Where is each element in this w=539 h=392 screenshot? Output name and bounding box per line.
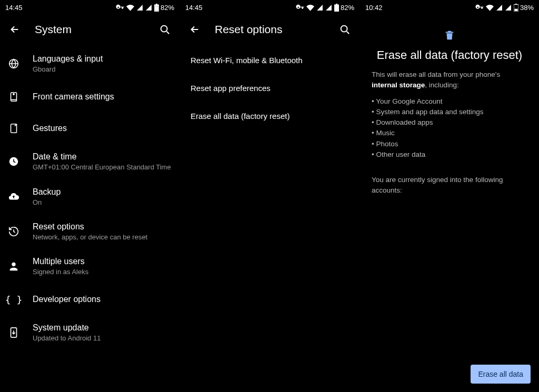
svg-point-7 (12, 263, 15, 266)
status-time: 14:45 (5, 4, 23, 12)
erase-bullets: Your Google Account System and app data … (372, 96, 527, 160)
vpn-key-icon (116, 3, 124, 12)
svg-rect-0 (155, 6, 158, 11)
page-title: System (35, 23, 154, 36)
setting-multiple-users[interactable]: Multiple users Signed in as Aleks (0, 249, 179, 284)
signal-icon-2 (145, 4, 152, 11)
vpn-key-icon (296, 3, 304, 12)
status-right: 82% (296, 3, 354, 12)
list-item-label: Reset app preferences (191, 84, 271, 93)
erase-all-data-button[interactable]: Erase all data (471, 365, 531, 384)
erase-all-data-row[interactable]: Erase all data (factory reset) (180, 102, 360, 130)
setting-title: Date & time (33, 152, 171, 162)
clock-icon (7, 155, 20, 168)
setting-subtitle: Gboard (33, 65, 103, 74)
intro-prefix: This will erase all data from your phone… (372, 71, 500, 78)
setting-backup[interactable]: Backup On (0, 179, 179, 214)
setting-title: Multiple users (33, 256, 88, 267)
setting-languages-input[interactable]: Languages & input Gboard (0, 46, 179, 81)
reset-options-list: Reset Wi-Fi, mobile & Bluetooth Reset ap… (180, 44, 360, 132)
vpn-key-icon (475, 3, 484, 12)
phone-system-settings: 14:45 82% (0, 0, 179, 392)
setting-title: Reset options (33, 222, 147, 232)
setting-gestures[interactable]: Gestures (0, 113, 179, 144)
battery-icon (514, 4, 518, 12)
setting-title: Gestures (33, 123, 67, 134)
list-item-label: Reset Wi-Fi, mobile & Bluetooth (191, 56, 303, 65)
svg-point-4 (13, 94, 14, 95)
status-bar: 14:45 82% (180, 0, 360, 15)
reset-app-preferences[interactable]: Reset app preferences (180, 74, 360, 102)
app-bar: System (0, 15, 179, 44)
search-button[interactable] (334, 19, 355, 40)
status-bar: 10:42 38% (360, 0, 539, 15)
bullet-item: Photos (372, 139, 527, 149)
person-icon (7, 260, 20, 273)
settings-list: Languages & input Gboard Front camera se… (0, 44, 179, 353)
bullet-item: Your Google Account (372, 96, 527, 107)
status-time: 10:42 (365, 4, 383, 12)
signal-icon (496, 4, 503, 11)
svg-rect-12 (514, 8, 517, 11)
setting-subtitle: On (33, 198, 61, 207)
svg-point-1 (161, 26, 167, 32)
erase-footer: Erase all data (471, 365, 531, 384)
setting-reset-options[interactable]: Reset options Network, apps, or device c… (0, 214, 179, 249)
setting-title: Developer options (33, 294, 101, 305)
app-bar: Reset options (180, 15, 360, 44)
bullet-item: Music (372, 128, 527, 138)
intro-storage: internal storage (372, 81, 425, 89)
setting-title: Front camera settings (33, 92, 114, 102)
bullet-item: Other user data (372, 149, 527, 160)
erase-body: This will erase all data from your phone… (372, 69, 527, 196)
setting-subtitle: Network, apps, or device can be reset (33, 233, 147, 242)
page-title: Reset options (215, 23, 334, 36)
intro-suffix: , including: (425, 81, 459, 89)
setting-developer-options[interactable]: { } Developer options (0, 284, 179, 315)
wifi-icon (306, 4, 314, 12)
phone-reset-options: 14:45 82% (179, 0, 360, 392)
setting-date-time[interactable]: Date & time GMT+01:00 Central European S… (0, 144, 179, 179)
status-battery-pct: 82% (161, 4, 174, 12)
search-button[interactable] (154, 19, 175, 40)
erase-title: Erase all data (factory reset) (372, 48, 527, 62)
phone-erase-all-data: 10:42 38% (360, 0, 539, 392)
bullet-item: System and app data and settings (372, 107, 527, 117)
back-button[interactable] (4, 19, 25, 40)
setting-title: System update (33, 323, 101, 333)
back-button[interactable] (184, 19, 205, 40)
erase-content: Erase all data (factory reset) This will… (360, 15, 539, 196)
signal-icon (316, 4, 323, 11)
globe-icon (7, 57, 20, 70)
accounts-note: You are currently signed into the follow… (372, 175, 527, 196)
setting-front-camera[interactable]: Front camera settings (0, 81, 179, 113)
setting-subtitle: Updated to Android 11 (33, 334, 101, 343)
setting-subtitle: Signed in as Aleks (33, 268, 88, 276)
status-bar: 14:45 82% (0, 0, 179, 15)
status-time: 14:45 (185, 4, 203, 12)
wifi-icon (486, 4, 494, 12)
svg-rect-11 (515, 4, 517, 5)
status-right: 82% (116, 3, 174, 12)
bullet-item: Downloaded apps (372, 117, 527, 128)
wifi-icon (126, 4, 134, 12)
status-right: 38% (475, 3, 534, 12)
restore-icon (7, 225, 20, 238)
svg-point-9 (341, 26, 347, 32)
setting-title: Languages & input (33, 54, 103, 64)
setting-subtitle: GMT+01:00 Central European Standard Time (33, 163, 171, 172)
battery-icon (154, 4, 159, 12)
signal-icon-2 (325, 4, 332, 11)
gestures-icon (7, 122, 20, 135)
cloud-upload-icon (7, 190, 20, 203)
setting-title: Backup (33, 187, 61, 197)
setting-system-update[interactable]: System update Updated to Android 11 (0, 315, 179, 350)
status-battery-pct: 38% (520, 4, 534, 12)
battery-icon (334, 4, 339, 12)
signal-icon-2 (505, 4, 512, 11)
trash-icon (372, 29, 527, 41)
signal-icon (136, 4, 143, 11)
front-camera-icon (7, 91, 20, 103)
reset-wifi-mobile-bt[interactable]: Reset Wi-Fi, mobile & Bluetooth (180, 46, 360, 74)
braces-icon: { } (7, 293, 20, 306)
